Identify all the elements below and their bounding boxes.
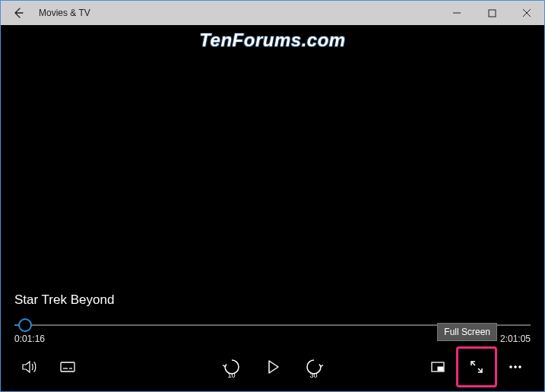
app-title: Movies & TV bbox=[36, 8, 90, 18]
more-icon bbox=[507, 359, 524, 375]
video-area[interactable]: TenForums.com bbox=[1, 25, 544, 292]
volume-icon bbox=[21, 358, 39, 376]
close-button[interactable] bbox=[509, 1, 544, 25]
mini-view-button[interactable] bbox=[421, 350, 455, 384]
app-window: Movies & TV TenForums.com Star Trek Beyo… bbox=[0, 0, 545, 392]
maximize-icon bbox=[488, 9, 496, 17]
subtitles-icon bbox=[59, 358, 77, 376]
more-button[interactable] bbox=[499, 350, 532, 384]
play-button[interactable] bbox=[256, 350, 290, 384]
subtitles-button[interactable] bbox=[51, 350, 84, 384]
skip-forward-label: 30 bbox=[297, 371, 331, 379]
svg-rect-8 bbox=[438, 367, 443, 371]
volume-button[interactable] bbox=[13, 350, 46, 384]
watermark: TenForums.com bbox=[1, 30, 544, 51]
controls-bar: 10 30 bbox=[13, 349, 532, 385]
maximize-button[interactable] bbox=[474, 1, 509, 25]
fullscreen-tooltip: Full Screen bbox=[437, 323, 497, 341]
seek-thumb[interactable] bbox=[18, 318, 32, 332]
skip-back-button[interactable]: 10 bbox=[215, 350, 249, 384]
fullscreen-button[interactable] bbox=[460, 350, 493, 384]
media-title: Star Trek Beyond bbox=[14, 292, 532, 308]
svg-point-11 bbox=[519, 366, 521, 368]
duration-time: 2:01:05 bbox=[500, 334, 531, 344]
minimize-button[interactable] bbox=[439, 1, 474, 25]
arrow-left-icon bbox=[12, 7, 24, 19]
elapsed-time: 0:01:16 bbox=[14, 334, 45, 344]
svg-rect-4 bbox=[61, 362, 74, 371]
svg-point-10 bbox=[515, 366, 517, 368]
minimize-icon bbox=[452, 8, 461, 17]
playback-controls-region: Star Trek Beyond 0:01:16 2:01:05 bbox=[1, 292, 544, 391]
close-icon bbox=[522, 8, 531, 17]
titlebar: Movies & TV bbox=[1, 1, 544, 25]
skip-forward-button[interactable]: 30 bbox=[297, 350, 331, 384]
svg-rect-1 bbox=[489, 10, 496, 17]
play-icon bbox=[265, 359, 281, 375]
skip-back-label: 10 bbox=[215, 371, 249, 379]
fullscreen-icon bbox=[468, 359, 485, 375]
fullscreen-highlight bbox=[456, 346, 497, 387]
mini-view-icon bbox=[429, 359, 446, 375]
svg-point-9 bbox=[510, 366, 512, 368]
back-button[interactable] bbox=[1, 1, 36, 25]
